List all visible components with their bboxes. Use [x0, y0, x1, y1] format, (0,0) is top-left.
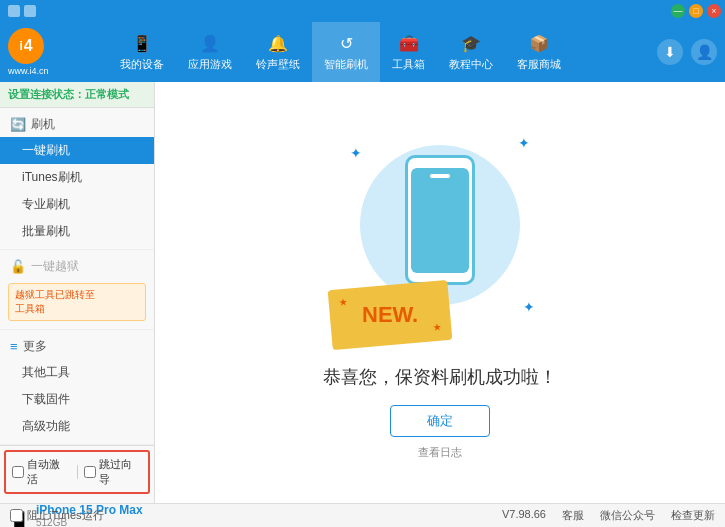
- auto-activate-input[interactable]: [12, 466, 24, 478]
- check-update-link[interactable]: 检查更新: [671, 508, 715, 523]
- logo[interactable]: i 4 www.i4.cn: [8, 28, 98, 76]
- footer-right: V7.98.66 客服 微信公众号 检查更新: [502, 508, 715, 523]
- nav-item-tutorial[interactable]: 🎓 教程中心: [437, 22, 505, 82]
- footer-left: 阻止iTunes运行: [10, 508, 104, 523]
- sidebar-section-jailbreak: 🔓 一键越狱 越狱工具已跳转至 工具箱: [0, 250, 154, 330]
- stop-itunes-label: 阻止iTunes运行: [27, 508, 104, 523]
- more-section-title: ≡ 更多: [0, 334, 154, 359]
- feedback-link[interactable]: 客服: [562, 508, 584, 523]
- sidebar-item-batch-flash[interactable]: 批量刷机: [0, 218, 154, 245]
- more-section-label: 更多: [23, 338, 47, 355]
- nav-item-toolbox[interactable]: 🧰 工具箱: [380, 22, 437, 82]
- sidebar: 设置连接状态：正常模式 🔄 刷机 一键刷机 iTunes刷机 专业刷机 批量刷机…: [0, 82, 155, 503]
- wechat-link[interactable]: 微信公众号: [600, 508, 655, 523]
- nav-label-ringtone: 铃声壁纸: [256, 57, 300, 72]
- confirm-button[interactable]: 确定: [390, 405, 490, 437]
- nav-label-smart-flash: 智能刷机: [324, 57, 368, 72]
- nav-label-service: 客服商城: [517, 57, 561, 72]
- nav-items: 📱 我的设备 👤 应用游戏 🔔 铃声壁纸 ↺ 智能刷机 🧰 工具箱 🎓 教程中心…: [108, 22, 657, 82]
- version-text: V7.98.66: [502, 508, 546, 523]
- skip-guide-label: 跳过向导: [99, 457, 142, 487]
- nav-label-tutorial: 教程中心: [449, 57, 493, 72]
- phone-screen: [411, 168, 469, 273]
- sparkle-3: ✦: [523, 299, 535, 315]
- app-games-icon: 👤: [199, 32, 221, 54]
- nav-item-app-games[interactable]: 👤 应用游戏: [176, 22, 244, 82]
- logo-number: 4: [24, 37, 33, 55]
- nav-label-app-games: 应用游戏: [188, 57, 232, 72]
- toolbox-icon: 🧰: [398, 32, 420, 54]
- sidebar-item-advanced[interactable]: 高级功能: [0, 413, 154, 440]
- sidebar-item-other-tools[interactable]: 其他工具: [0, 359, 154, 386]
- header: i 4 www.i4.cn 📱 我的设备 👤 应用游戏 🔔 铃声壁纸 ↺ 智能刷…: [0, 22, 725, 82]
- logo-icon: i 4: [8, 28, 44, 64]
- sidebar-item-download-firmware[interactable]: 下载固件: [0, 386, 154, 413]
- skip-guide-input[interactable]: [84, 466, 96, 478]
- nav-right: ⬇ 👤: [657, 39, 717, 65]
- close-button[interactable]: ×: [707, 4, 721, 18]
- sidebar-section-more: ≡ 更多 其他工具 下载固件 高级功能: [0, 330, 154, 445]
- nav-label-my-device: 我的设备: [120, 57, 164, 72]
- nav-item-smart-flash[interactable]: ↺ 智能刷机: [312, 22, 380, 82]
- ribbon-star-2: ★: [432, 322, 442, 334]
- phone-body: [405, 155, 475, 285]
- checkbox-row: 自动激活 跳过向导: [4, 450, 150, 494]
- status-mode: 正常模式: [85, 88, 129, 100]
- sparkle-1: ✦: [350, 145, 362, 161]
- ringtone-icon: 🔔: [267, 32, 289, 54]
- smart-flash-icon: ↺: [335, 32, 357, 54]
- auto-activate-label: 自动激活: [27, 457, 70, 487]
- checkbox-divider: [77, 465, 78, 479]
- jailbreak-notice: 越狱工具已跳转至 工具箱: [8, 283, 146, 321]
- stop-itunes-checkbox[interactable]: [10, 509, 23, 522]
- jailbreak-section-label: 一键越狱: [31, 258, 79, 275]
- sidebar-item-pro-flash[interactable]: 专业刷机: [0, 191, 154, 218]
- maximize-button[interactable]: □: [689, 4, 703, 18]
- logo-letter: i: [19, 39, 22, 53]
- my-device-icon: 📱: [131, 32, 153, 54]
- sidebar-section-flash: 🔄 刷机 一键刷机 iTunes刷机 专业刷机 批量刷机: [0, 108, 154, 250]
- nav-item-service[interactable]: 📦 客服商城: [505, 22, 573, 82]
- logo-url: www.i4.cn: [8, 66, 49, 76]
- flash-section-label: 刷机: [31, 116, 55, 133]
- new-ribbon: ★ NEW. ★: [328, 280, 453, 350]
- sidebar-item-itunes-flash[interactable]: iTunes刷机: [0, 164, 154, 191]
- nav-item-ringtone[interactable]: 🔔 铃声壁纸: [244, 22, 312, 82]
- success-message: 恭喜您，保资料刷机成功啦！: [323, 365, 557, 389]
- tutorial-icon: 🎓: [460, 32, 482, 54]
- more-section-icon: ≡: [10, 339, 18, 354]
- titlebar-left-icons: [8, 5, 36, 17]
- sidebar-item-one-click-flash[interactable]: 一键刷机: [0, 137, 154, 164]
- status-prefix: 设置连接状态：: [8, 88, 85, 100]
- ribbon-star-1: ★: [338, 297, 348, 309]
- main: 设置连接状态：正常模式 🔄 刷机 一键刷机 iTunes刷机 专业刷机 批量刷机…: [0, 82, 725, 503]
- jailbreak-section-icon: 🔓: [10, 259, 26, 274]
- skip-guide-checkbox[interactable]: 跳过向导: [84, 457, 142, 487]
- jailbreak-section-title: 🔓 一键越狱: [0, 254, 154, 279]
- nav-item-my-device[interactable]: 📱 我的设备: [108, 22, 176, 82]
- download-button[interactable]: ⬇: [657, 39, 683, 65]
- flash-section-icon: 🔄: [10, 117, 26, 132]
- titlebar: — □ ×: [0, 0, 725, 22]
- nav-label-toolbox: 工具箱: [392, 57, 425, 72]
- grid-icon: [8, 5, 20, 17]
- status-bar: 设置连接状态：正常模式: [0, 82, 154, 108]
- phone-illustration: ✦ ✦ ✦ ★ NEW. ★: [340, 125, 540, 345]
- content-area: ✦ ✦ ✦ ★ NEW. ★ 恭喜您，保资料刷机成功啦！ 确定 查看日志: [155, 82, 725, 503]
- flash-section-title: 🔄 刷机: [0, 112, 154, 137]
- minimize-button[interactable]: —: [671, 4, 685, 18]
- menu-icon: [24, 5, 36, 17]
- new-text: NEW.: [362, 302, 418, 328]
- service-icon: 📦: [528, 32, 550, 54]
- view-log-link[interactable]: 查看日志: [418, 445, 462, 460]
- auto-activate-checkbox[interactable]: 自动激活: [12, 457, 70, 487]
- user-button[interactable]: 👤: [691, 39, 717, 65]
- sparkle-2: ✦: [518, 135, 530, 151]
